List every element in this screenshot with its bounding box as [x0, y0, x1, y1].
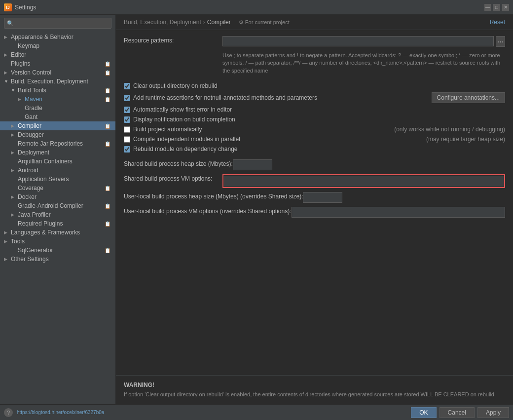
sidebar-label-24: SqlGenerator: [18, 247, 105, 254]
checkbox-show-first-error: Automatically show first error in editor: [124, 106, 505, 113]
show-first-error-label: Automatically show first error in editor: [133, 106, 505, 113]
user-heap-input[interactable]: [303, 192, 342, 203]
cancel-button[interactable]: Cancel: [440, 407, 475, 418]
sidebar-label-20: Java Profiler: [18, 211, 111, 218]
build-automatically-checkbox[interactable]: [124, 126, 130, 133]
main-layout: 🔍 ▶Appearance & BehaviorKeymap▶EditorPlu…: [0, 15, 513, 404]
sidebar-arrow-13: ▶: [11, 150, 18, 155]
close-button[interactable]: ✕: [502, 4, 509, 11]
apply-button[interactable]: Apply: [477, 407, 509, 418]
sidebar-item-14[interactable]: Arquillian Containers: [0, 157, 115, 166]
sidebar-arrow-4: ▶: [4, 70, 11, 75]
search-input[interactable]: [4, 18, 111, 29]
sidebar-icon-right-6: 📋: [105, 88, 111, 93]
content-body: Resource patterns: !?*.java;!?*.form;!?*…: [116, 30, 513, 375]
content-header: Build, Execution, Deployment › Compiler …: [116, 15, 513, 30]
sidebar-icon-right-24: 📋: [105, 248, 111, 253]
sidebar-item-1[interactable]: Keymap: [0, 41, 115, 50]
reset-button[interactable]: Reset: [490, 19, 505, 26]
vm-options-wrapper: -Djps.track.ap.dependencies=false: [222, 174, 505, 188]
warning-title: WARNING!: [124, 382, 505, 388]
user-vm-input[interactable]: [292, 207, 506, 218]
rebuild-dependency-checkbox[interactable]: [124, 146, 130, 153]
sidebar-label-7: Maven: [25, 96, 105, 103]
titlebar: IJ Settings — □ ✕: [0, 0, 513, 15]
sidebar-label-5: Build, Execution, Deployment: [11, 78, 111, 85]
sidebar: 🔍 ▶Appearance & BehaviorKeymap▶EditorPlu…: [0, 15, 116, 404]
heap-size-label: Shared build process heap size (Mbytes):: [124, 159, 233, 167]
sidebar-arrow-15: ▶: [11, 168, 18, 173]
configure-annotations-button[interactable]: Configure annotations...: [432, 92, 505, 103]
breadcrumb: Build, Execution, Deployment › Compiler …: [124, 19, 290, 26]
sidebar-item-6[interactable]: ▼Build Tools📋: [0, 86, 115, 95]
sidebar-item-10[interactable]: ▶Compiler📋: [0, 121, 115, 130]
search-box[interactable]: 🔍: [4, 18, 111, 29]
sidebar-icon-right-21: 📋: [105, 221, 111, 227]
sidebar-item-23[interactable]: ▶Tools: [0, 237, 115, 246]
clear-output-checkbox[interactable]: [124, 83, 130, 89]
sidebar-item-12[interactable]: Remote Jar Repositories📋: [0, 139, 115, 148]
rebuild-dependency-label: Rebuild module on dependency change: [133, 146, 505, 153]
sidebar-label-9: Gant: [25, 114, 111, 120]
sidebar-label-23: Tools: [11, 238, 111, 245]
resource-patterns-hint-row: Use ; to separate patterns and ! to nega…: [124, 51, 505, 75]
sidebar-item-11[interactable]: ▶Debugger: [0, 130, 115, 139]
user-heap-row: User-local build process heap size (Mbyt…: [124, 192, 505, 203]
sidebar-icon-right-12: 📋: [105, 141, 111, 147]
compile-parallel-checkbox[interactable]: [124, 136, 130, 143]
breadcrumb-part1: Build, Execution, Deployment: [124, 19, 201, 26]
user-vm-label: User-local build process VM options (ove…: [124, 207, 292, 215]
sidebar-item-4[interactable]: ▶Version Control📋: [0, 68, 115, 77]
sidebar-label-10: Compiler: [18, 122, 105, 129]
help-button[interactable]: ?: [4, 408, 13, 417]
sidebar-label-12: Remote Jar Repositories: [18, 140, 105, 147]
app-icon: IJ: [4, 3, 12, 11]
sidebar-item-25[interactable]: ▶Other Settings: [0, 255, 115, 264]
vm-options-input[interactable]: -Djps.track.ap.dependencies=false: [224, 176, 504, 187]
sidebar-item-15[interactable]: ▶Android: [0, 166, 115, 175]
bottom-bar: ? https://blogtosd.hiner/ocelxiner/6327b…: [0, 404, 513, 420]
resource-patterns-hint: Use ; to separate patterns and ! to nega…: [222, 52, 505, 75]
sidebar-item-18[interactable]: ▶Docker: [0, 192, 115, 201]
sidebar-item-2[interactable]: ▶Editor: [0, 50, 115, 59]
sidebar-item-7[interactable]: ▶Maven📋: [0, 95, 115, 104]
user-vm-row: User-local build process VM options (ove…: [124, 207, 505, 218]
sidebar-arrow-7: ▶: [18, 97, 25, 102]
ok-button[interactable]: OK: [411, 407, 436, 418]
sidebar-item-9[interactable]: Gant: [0, 113, 115, 121]
sidebar-item-22[interactable]: ▶Languages & Frameworks: [0, 228, 115, 237]
minimize-button[interactable]: —: [484, 4, 491, 11]
sidebar-item-17[interactable]: Coverage📋: [0, 184, 115, 192]
checkbox-rebuild-dependency: Rebuild module on dependency change: [124, 146, 505, 153]
sidebar-item-20[interactable]: ▶Java Profiler: [0, 210, 115, 219]
sidebar-item-8[interactable]: Gradle: [0, 104, 115, 113]
sidebar-item-24[interactable]: SqlGenerator📋: [0, 246, 115, 255]
sidebar-label-2: Editor: [11, 51, 111, 58]
sidebar-item-16[interactable]: Application Servers: [0, 175, 115, 184]
sidebar-item-13[interactable]: ▶Deployment: [0, 148, 115, 157]
heap-size-row: Shared build process heap size (Mbytes):…: [124, 159, 505, 170]
sidebar-arrow-20: ▶: [11, 212, 18, 217]
sidebar-arrow-11: ▶: [11, 132, 18, 137]
display-notification-checkbox[interactable]: [124, 116, 130, 123]
resource-patterns-row: Resource patterns: !?*.java;!?*.form;!?*…: [124, 36, 505, 47]
sidebar-label-25: Other Settings: [11, 256, 111, 263]
sidebar-item-19[interactable]: Gradle-Android Compiler📋: [0, 201, 115, 210]
sidebar-label-11: Debugger: [18, 131, 111, 138]
bottom-url: https://blogtosd.hiner/ocelxiner/6327b0a: [17, 410, 104, 415]
user-heap-control: [303, 192, 505, 203]
resource-patterns-input[interactable]: !?*.java;!?*.form;!?*.class;!?*.groovy;!…: [222, 36, 494, 46]
resource-patterns-expand-button[interactable]: ⋯: [496, 36, 505, 47]
sidebar-item-5[interactable]: ▼Build, Execution, Deployment: [0, 77, 115, 86]
vm-options-row: Shared build process VM options: -Djps.t…: [124, 174, 505, 188]
user-heap-label: User-local build process heap size (Mbyt…: [124, 192, 303, 200]
sidebar-item-21[interactable]: Required Plugins📋: [0, 219, 115, 228]
resource-patterns-label: Resource patterns:: [124, 36, 222, 44]
sidebar-label-8: Gradle: [25, 105, 111, 112]
heap-size-input[interactable]: 700: [233, 159, 272, 170]
show-first-error-checkbox[interactable]: [124, 107, 130, 113]
sidebar-item-0[interactable]: ▶Appearance & Behavior: [0, 33, 115, 41]
sidebar-item-3[interactable]: Plugins📋: [0, 59, 115, 68]
runtime-assertions-checkbox[interactable]: [124, 95, 130, 101]
maximize-button[interactable]: □: [493, 4, 500, 11]
